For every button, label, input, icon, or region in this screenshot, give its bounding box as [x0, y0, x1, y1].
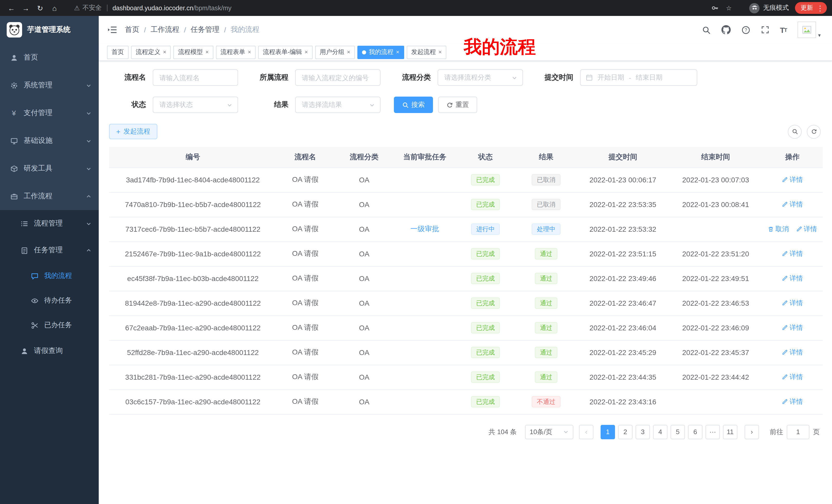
search-icon[interactable]	[702, 25, 710, 34]
font-size-icon[interactable]: TT	[780, 25, 787, 34]
tab-process-form-edit[interactable]: 流程表单-编辑 ×	[258, 46, 313, 59]
page-size-select[interactable]: 10条/页	[525, 425, 573, 439]
row-action-detail[interactable]: 详情	[782, 175, 803, 185]
browser-reload-button[interactable]: ↻	[34, 2, 46, 14]
reset-button-label: 重置	[456, 100, 469, 109]
pagination-page-2[interactable]: 2	[618, 425, 632, 439]
result-badge: 通过	[535, 347, 557, 358]
close-icon[interactable]: ×	[396, 49, 399, 55]
row-action-detail[interactable]: 详情	[796, 225, 817, 234]
cell-current-task	[394, 365, 455, 389]
tab-process-definition[interactable]: 流程定义 ×	[131, 46, 171, 59]
fullscreen-icon[interactable]	[761, 26, 769, 34]
user-avatar-menu[interactable]: ▾	[798, 22, 821, 38]
process-name-input[interactable]	[153, 69, 238, 86]
row-action-detail[interactable]: 详情	[782, 348, 803, 357]
browser-forward-button[interactable]: →	[20, 2, 32, 14]
pagination-page-5[interactable]: 5	[671, 425, 685, 439]
tab-my-process[interactable]: 我的流程 ×	[357, 46, 404, 59]
sidebar-item-leave-query[interactable]: 请假查询	[0, 338, 99, 364]
incognito-badge: 无痕模式	[749, 3, 789, 13]
sidebar-item-payment[interactable]: ¥ 支付管理	[0, 99, 99, 127]
browser-menu-icon[interactable]: ⋮	[816, 4, 824, 11]
row-action-cancel[interactable]: 取消	[768, 225, 789, 234]
passwords-key-icon[interactable]	[711, 4, 719, 12]
pagination-page-4[interactable]: 4	[653, 425, 668, 439]
row-action-detail[interactable]: 详情	[782, 200, 803, 209]
browser-home-button[interactable]: ⌂	[48, 2, 61, 14]
tab-process-model[interactable]: 流程模型 ×	[174, 46, 213, 59]
row-action-detail[interactable]: 详情	[782, 299, 803, 308]
tab-start-process[interactable]: 发起流程 ×	[407, 46, 446, 59]
tab-home[interactable]: 首页	[107, 46, 129, 59]
process-definition-input[interactable]	[295, 69, 381, 86]
refresh-table-button[interactable]	[807, 124, 821, 138]
row-action-detail[interactable]: 详情	[782, 372, 803, 382]
row-action-detail[interactable]: 详情	[782, 249, 803, 258]
edit-icon	[796, 226, 802, 232]
close-icon[interactable]: ×	[163, 49, 166, 55]
row-action-detail[interactable]: 详情	[782, 323, 803, 332]
breadcrumb: 首页 / 工作流程 / 任务管理 / 我的流程	[125, 25, 259, 34]
plus-icon: +	[116, 128, 120, 135]
search-button[interactable]: 搜索	[394, 96, 433, 113]
status-select[interactable]: 请选择状态	[153, 96, 238, 113]
category-select[interactable]: 请选择流程分类	[438, 69, 523, 86]
close-icon[interactable]: ×	[205, 49, 209, 55]
pagination-ellipsis[interactable]: ···	[705, 425, 720, 439]
sidebar-item-done-tasks[interactable]: 已办任务	[0, 313, 99, 338]
security-chip[interactable]: ⚠ 不安全	[74, 4, 102, 12]
cell-result: 通过	[516, 291, 576, 315]
toggle-search-button[interactable]	[788, 124, 802, 138]
pagination-page-3[interactable]: 3	[635, 425, 650, 439]
pagination-next-button[interactable]: ›	[745, 425, 759, 439]
sidebar-item-my-process[interactable]: 我的流程	[0, 263, 99, 288]
close-icon[interactable]: ×	[438, 49, 442, 55]
github-icon[interactable]	[721, 25, 730, 34]
browser-update-button[interactable]: 更新 ⋮	[795, 2, 827, 14]
cell-end-time: 2022-01-22 23:49:51	[669, 266, 762, 291]
bookmark-star-icon[interactable]: ☆	[726, 4, 732, 12]
close-icon[interactable]: ×	[305, 49, 308, 55]
edit-icon	[782, 325, 788, 331]
list-icon	[20, 220, 28, 227]
start-process-button[interactable]: + 发起流程	[109, 124, 157, 139]
sidebar-item-process-management[interactable]: 流程管理	[0, 210, 99, 237]
start-process-label: 发起流程	[123, 127, 150, 136]
sidebar-item-home[interactable]: 首页	[0, 44, 99, 72]
submit-time-range-picker[interactable]: 开始日期 - 结束日期	[580, 69, 697, 86]
pagination-page-6[interactable]: 6	[688, 425, 702, 439]
table-row: 331bc281-7b9a-11ec-a290-acde48001122OA 请…	[109, 365, 823, 389]
address-divider	[107, 5, 107, 11]
help-icon[interactable]: ?	[741, 25, 750, 34]
sidebar-item-todo-tasks[interactable]: 待办任务	[0, 288, 99, 313]
pagination-page-1[interactable]: 1	[601, 425, 615, 439]
result-select[interactable]: 请选择流结果	[295, 96, 381, 113]
reset-button[interactable]: 重置	[438, 96, 477, 113]
row-action-detail[interactable]: 详情	[782, 397, 803, 407]
pagination-page-11[interactable]: 11	[723, 425, 737, 439]
breadcrumb-item[interactable]: 任务管理	[191, 25, 219, 34]
sidebar-item-infrastructure[interactable]: 基础设施	[0, 127, 99, 155]
chevron-down-icon	[512, 75, 517, 80]
sidebar-item-system[interactable]: 系统管理	[0, 72, 99, 99]
sidebar-item-task-management[interactable]: 任务管理	[0, 237, 99, 263]
tab-process-form[interactable]: 流程表单 ×	[216, 46, 256, 59]
breadcrumb-item[interactable]: 工作流程	[151, 25, 179, 34]
breadcrumb-item[interactable]: 首页	[125, 25, 139, 34]
sidebar-collapse-icon[interactable]	[107, 26, 117, 34]
result-badge: 处理中	[532, 223, 561, 235]
address-bar[interactable]: ⚠ 不安全 dashboard.yudao.iocoder.cn /bpm/ta…	[68, 2, 738, 14]
close-icon[interactable]: ×	[248, 49, 251, 55]
row-action-detail[interactable]: 详情	[782, 274, 803, 283]
tab-user-group[interactable]: 用户分组 ×	[315, 46, 355, 59]
pagination-prev-button[interactable]: ‹	[579, 425, 593, 439]
table-row: 03c6c157-7b9a-11ec-a290-acde48001122OA 请…	[109, 389, 823, 414]
browser-back-button[interactable]: ←	[5, 2, 18, 14]
app-logo[interactable]: 芋道管理系统	[0, 16, 99, 44]
sidebar-item-devtools[interactable]: 研发工具	[0, 155, 99, 183]
goto-page-input[interactable]	[787, 425, 809, 439]
close-icon[interactable]: ×	[347, 49, 350, 55]
sidebar-item-workflow[interactable]: 工作流程	[0, 183, 99, 210]
current-task-link[interactable]: 一级审批	[410, 225, 439, 233]
